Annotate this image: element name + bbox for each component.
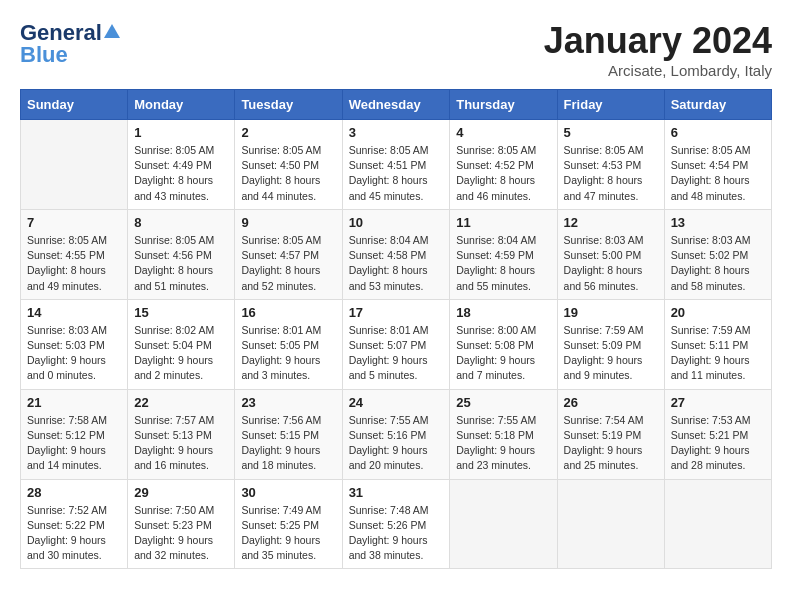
day-info: Sunrise: 8:05 AMSunset: 4:56 PMDaylight:…	[134, 233, 228, 294]
day-number: 15	[134, 305, 228, 320]
day-number: 14	[27, 305, 121, 320]
day-cell: 24Sunrise: 7:55 AMSunset: 5:16 PMDayligh…	[342, 389, 450, 479]
day-info: Sunrise: 8:05 AMSunset: 4:54 PMDaylight:…	[671, 143, 765, 204]
day-cell: 30Sunrise: 7:49 AMSunset: 5:25 PMDayligh…	[235, 479, 342, 569]
day-number: 1	[134, 125, 228, 140]
day-info: Sunrise: 8:05 AMSunset: 4:55 PMDaylight:…	[27, 233, 121, 294]
page-header: General Blue January 2024 Arcisate, Lomb…	[20, 20, 772, 79]
day-cell: 14Sunrise: 8:03 AMSunset: 5:03 PMDayligh…	[21, 299, 128, 389]
day-cell: 4Sunrise: 8:05 AMSunset: 4:52 PMDaylight…	[450, 120, 557, 210]
calendar-table: SundayMondayTuesdayWednesdayThursdayFrid…	[20, 89, 772, 569]
day-number: 31	[349, 485, 444, 500]
day-number: 4	[456, 125, 550, 140]
day-info: Sunrise: 8:05 AMSunset: 4:51 PMDaylight:…	[349, 143, 444, 204]
week-row-5: 28Sunrise: 7:52 AMSunset: 5:22 PMDayligh…	[21, 479, 772, 569]
day-number: 9	[241, 215, 335, 230]
day-number: 17	[349, 305, 444, 320]
day-cell: 16Sunrise: 8:01 AMSunset: 5:05 PMDayligh…	[235, 299, 342, 389]
day-number: 5	[564, 125, 658, 140]
day-number: 27	[671, 395, 765, 410]
col-header-thursday: Thursday	[450, 90, 557, 120]
day-number: 2	[241, 125, 335, 140]
col-header-sunday: Sunday	[21, 90, 128, 120]
day-cell: 17Sunrise: 8:01 AMSunset: 5:07 PMDayligh…	[342, 299, 450, 389]
day-cell: 1Sunrise: 8:05 AMSunset: 4:49 PMDaylight…	[128, 120, 235, 210]
day-cell: 29Sunrise: 7:50 AMSunset: 5:23 PMDayligh…	[128, 479, 235, 569]
day-cell: 20Sunrise: 7:59 AMSunset: 5:11 PMDayligh…	[664, 299, 771, 389]
logo-blue: Blue	[20, 42, 68, 68]
day-info: Sunrise: 8:05 AMSunset: 4:57 PMDaylight:…	[241, 233, 335, 294]
day-info: Sunrise: 8:01 AMSunset: 5:05 PMDaylight:…	[241, 323, 335, 384]
day-info: Sunrise: 8:05 AMSunset: 4:53 PMDaylight:…	[564, 143, 658, 204]
col-header-monday: Monday	[128, 90, 235, 120]
svg-marker-0	[104, 24, 120, 38]
day-number: 10	[349, 215, 444, 230]
day-number: 3	[349, 125, 444, 140]
day-info: Sunrise: 7:55 AMSunset: 5:16 PMDaylight:…	[349, 413, 444, 474]
day-number: 13	[671, 215, 765, 230]
day-info: Sunrise: 8:05 AMSunset: 4:49 PMDaylight:…	[134, 143, 228, 204]
day-cell: 23Sunrise: 7:56 AMSunset: 5:15 PMDayligh…	[235, 389, 342, 479]
month-title: January 2024	[544, 20, 772, 62]
week-row-1: 1Sunrise: 8:05 AMSunset: 4:49 PMDaylight…	[21, 120, 772, 210]
day-number: 21	[27, 395, 121, 410]
day-info: Sunrise: 7:49 AMSunset: 5:25 PMDaylight:…	[241, 503, 335, 564]
day-number: 19	[564, 305, 658, 320]
day-info: Sunrise: 7:58 AMSunset: 5:12 PMDaylight:…	[27, 413, 121, 474]
day-info: Sunrise: 8:05 AMSunset: 4:52 PMDaylight:…	[456, 143, 550, 204]
day-cell: 2Sunrise: 8:05 AMSunset: 4:50 PMDaylight…	[235, 120, 342, 210]
day-info: Sunrise: 8:02 AMSunset: 5:04 PMDaylight:…	[134, 323, 228, 384]
day-cell: 8Sunrise: 8:05 AMSunset: 4:56 PMDaylight…	[128, 209, 235, 299]
day-cell: 6Sunrise: 8:05 AMSunset: 4:54 PMDaylight…	[664, 120, 771, 210]
day-info: Sunrise: 8:05 AMSunset: 4:50 PMDaylight:…	[241, 143, 335, 204]
col-header-tuesday: Tuesday	[235, 90, 342, 120]
title-area: January 2024 Arcisate, Lombardy, Italy	[544, 20, 772, 79]
day-number: 23	[241, 395, 335, 410]
day-info: Sunrise: 7:54 AMSunset: 5:19 PMDaylight:…	[564, 413, 658, 474]
day-cell: 5Sunrise: 8:05 AMSunset: 4:53 PMDaylight…	[557, 120, 664, 210]
day-cell	[450, 479, 557, 569]
day-cell	[21, 120, 128, 210]
day-number: 30	[241, 485, 335, 500]
col-header-saturday: Saturday	[664, 90, 771, 120]
day-number: 26	[564, 395, 658, 410]
day-cell: 7Sunrise: 8:05 AMSunset: 4:55 PMDaylight…	[21, 209, 128, 299]
logo: General Blue	[20, 20, 121, 68]
location-subtitle: Arcisate, Lombardy, Italy	[544, 62, 772, 79]
header-row: SundayMondayTuesdayWednesdayThursdayFrid…	[21, 90, 772, 120]
day-info: Sunrise: 8:04 AMSunset: 4:58 PMDaylight:…	[349, 233, 444, 294]
day-number: 6	[671, 125, 765, 140]
day-number: 7	[27, 215, 121, 230]
day-cell: 3Sunrise: 8:05 AMSunset: 4:51 PMDaylight…	[342, 120, 450, 210]
day-cell: 28Sunrise: 7:52 AMSunset: 5:22 PMDayligh…	[21, 479, 128, 569]
day-cell: 27Sunrise: 7:53 AMSunset: 5:21 PMDayligh…	[664, 389, 771, 479]
day-info: Sunrise: 8:00 AMSunset: 5:08 PMDaylight:…	[456, 323, 550, 384]
day-cell	[664, 479, 771, 569]
day-info: Sunrise: 7:55 AMSunset: 5:18 PMDaylight:…	[456, 413, 550, 474]
col-header-wednesday: Wednesday	[342, 90, 450, 120]
day-number: 22	[134, 395, 228, 410]
day-cell: 18Sunrise: 8:00 AMSunset: 5:08 PMDayligh…	[450, 299, 557, 389]
day-cell: 25Sunrise: 7:55 AMSunset: 5:18 PMDayligh…	[450, 389, 557, 479]
day-info: Sunrise: 7:57 AMSunset: 5:13 PMDaylight:…	[134, 413, 228, 474]
day-cell: 15Sunrise: 8:02 AMSunset: 5:04 PMDayligh…	[128, 299, 235, 389]
day-cell: 26Sunrise: 7:54 AMSunset: 5:19 PMDayligh…	[557, 389, 664, 479]
day-info: Sunrise: 8:04 AMSunset: 4:59 PMDaylight:…	[456, 233, 550, 294]
day-number: 12	[564, 215, 658, 230]
day-cell: 11Sunrise: 8:04 AMSunset: 4:59 PMDayligh…	[450, 209, 557, 299]
day-cell: 22Sunrise: 7:57 AMSunset: 5:13 PMDayligh…	[128, 389, 235, 479]
day-number: 25	[456, 395, 550, 410]
day-info: Sunrise: 7:50 AMSunset: 5:23 PMDaylight:…	[134, 503, 228, 564]
day-info: Sunrise: 8:03 AMSunset: 5:03 PMDaylight:…	[27, 323, 121, 384]
day-info: Sunrise: 7:48 AMSunset: 5:26 PMDaylight:…	[349, 503, 444, 564]
day-number: 28	[27, 485, 121, 500]
day-info: Sunrise: 7:56 AMSunset: 5:15 PMDaylight:…	[241, 413, 335, 474]
day-cell	[557, 479, 664, 569]
day-info: Sunrise: 7:52 AMSunset: 5:22 PMDaylight:…	[27, 503, 121, 564]
day-info: Sunrise: 7:59 AMSunset: 5:09 PMDaylight:…	[564, 323, 658, 384]
day-number: 8	[134, 215, 228, 230]
day-cell: 12Sunrise: 8:03 AMSunset: 5:00 PMDayligh…	[557, 209, 664, 299]
day-cell: 21Sunrise: 7:58 AMSunset: 5:12 PMDayligh…	[21, 389, 128, 479]
day-info: Sunrise: 7:59 AMSunset: 5:11 PMDaylight:…	[671, 323, 765, 384]
day-number: 18	[456, 305, 550, 320]
